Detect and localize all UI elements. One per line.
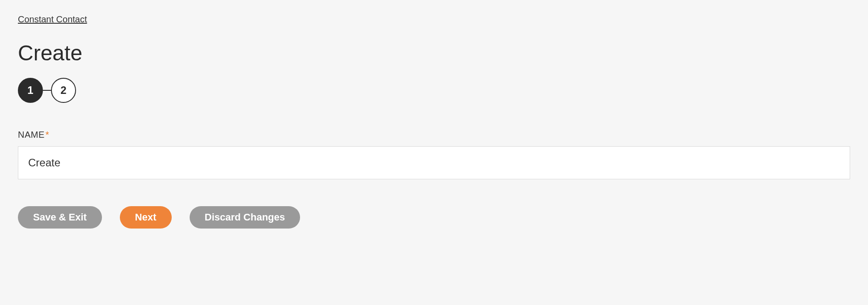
discard-changes-button[interactable]: Discard Changes	[190, 206, 301, 229]
next-button[interactable]: Next	[120, 206, 172, 229]
breadcrumb: Constant Contact	[18, 14, 850, 25]
page-title: Create	[18, 41, 850, 65]
name-label-text: NAME	[18, 130, 45, 140]
breadcrumb-link[interactable]: Constant Contact	[18, 14, 87, 24]
step-1[interactable]: 1	[18, 78, 43, 103]
required-marker: *	[46, 130, 49, 140]
name-field-label: NAME*	[18, 130, 850, 140]
step-connector	[43, 90, 51, 91]
button-row: Save & Exit Next Discard Changes	[18, 206, 850, 229]
stepper: 1 2	[18, 78, 850, 103]
step-2[interactable]: 2	[51, 78, 76, 103]
name-input[interactable]	[18, 146, 850, 179]
save-exit-button[interactable]: Save & Exit	[18, 206, 102, 229]
